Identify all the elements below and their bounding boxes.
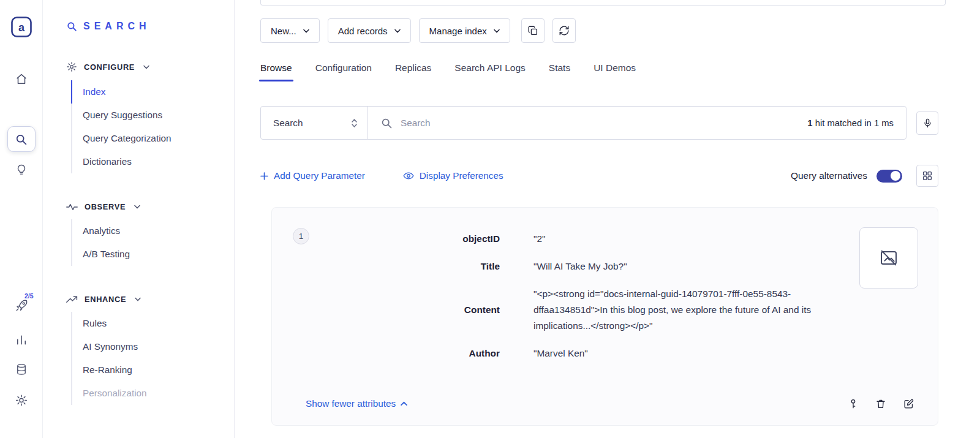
section-enhance[interactable]: ENHANCE: [66, 295, 234, 304]
display-mode-button[interactable]: [916, 165, 938, 187]
search-product-icon[interactable]: [7, 126, 36, 152]
add-records-button[interactable]: Add records: [328, 18, 411, 43]
tab-stats[interactable]: Stats: [549, 62, 570, 81]
edit-icon[interactable]: [903, 398, 914, 410]
search-row: Search 1 hit matched in 1 ms: [260, 106, 938, 140]
image-placeholder: [859, 227, 918, 289]
new-button-label: New...: [271, 26, 296, 36]
brand-magnifier-icon: [66, 21, 77, 32]
new-button[interactable]: New...: [260, 18, 320, 43]
attribute-value: "<p><strong id="docs-internal-guid-14079…: [533, 286, 852, 334]
sidebar-item-rules[interactable]: Rules: [71, 312, 234, 335]
search-mode-select[interactable]: Search: [261, 107, 368, 139]
section-label: CONFIGURE: [84, 62, 135, 72]
sidebar-item-query-categorization[interactable]: Query Categorization: [71, 127, 234, 150]
search-icon: [380, 117, 393, 129]
gear-icon: [66, 61, 77, 72]
sort-arrows-icon: [351, 118, 358, 128]
attribute-value: "Marvel Ken": [533, 345, 852, 361]
chevron-down-icon: [143, 65, 149, 69]
search-mode-value: Search: [273, 118, 303, 129]
voice-search-button[interactable]: [916, 111, 938, 135]
display-preferences-label: Display Preferences: [420, 170, 503, 181]
attribute-value: "Will AI Take My Job?": [533, 259, 852, 274]
section-label: ENHANCE: [85, 295, 126, 304]
refresh-icon: [559, 25, 570, 36]
hit-attributes: objectID "2" Title "Will AI Take My Job?…: [290, 231, 919, 361]
tab-ui-demos[interactable]: UI Demos: [594, 62, 636, 81]
search-product-brand: SEARCH: [66, 21, 234, 32]
recommend-icon[interactable]: [15, 163, 28, 176]
svg-text:a: a: [18, 21, 24, 34]
copy-icon: [527, 25, 538, 36]
chevron-down-icon: [134, 205, 140, 209]
hit-card: 1 objectID "2" Title "Will AI Take My Jo…: [271, 207, 938, 426]
tab-search-api-logs[interactable]: Search API Logs: [454, 62, 525, 81]
pulse-icon: [66, 203, 78, 211]
sidebar-item-ab-testing[interactable]: A/B Testing: [71, 243, 234, 266]
enhance-nav: Rules AI Synonyms Re-Ranking Personaliza…: [66, 312, 234, 405]
attribute-value: "2": [533, 231, 852, 247]
add-query-parameter-label: Add Query Parameter: [274, 170, 365, 181]
data-icon[interactable]: [15, 363, 28, 376]
sidebar-item-query-suggestions[interactable]: Query Suggestions: [71, 104, 234, 127]
eye-icon: [403, 172, 414, 180]
search-input-wrap: 1 hit matched in 1 ms: [368, 107, 906, 139]
controls-row: Add Query Parameter Display Preferences …: [260, 165, 938, 187]
index-toolbar: New... Add records Manage index: [260, 18, 938, 43]
query-alternatives-toggle[interactable]: [876, 170, 902, 183]
trend-up-icon: [66, 295, 78, 304]
hit-actions: [848, 397, 914, 410]
product-title: SEARCH: [83, 21, 151, 32]
display-preferences-link[interactable]: Display Preferences: [403, 170, 503, 181]
hits-count: 1: [807, 118, 812, 128]
observe-nav: Analytics A/B Testing: [66, 219, 234, 266]
sidebar-item-index[interactable]: Index: [71, 80, 234, 104]
tab-browse[interactable]: Browse: [260, 62, 292, 81]
index-tabs: Browse Configuration Replicas Search API…: [260, 62, 938, 81]
usage-badge: 2/5: [24, 292, 34, 300]
sidebar-item-dictionaries[interactable]: Dictionaries: [71, 150, 234, 173]
attribute-label: Author: [290, 345, 500, 361]
sidebar-item-analytics[interactable]: Analytics: [71, 219, 234, 243]
home-icon[interactable]: [15, 72, 28, 86]
search-input[interactable]: [401, 118, 799, 129]
attribute-label: Title: [290, 259, 500, 274]
add-query-parameter-link[interactable]: Add Query Parameter: [260, 170, 365, 181]
main-content: New... Add records Manage index: [235, 0, 980, 438]
sidebar-item-personalization[interactable]: Personalization: [71, 382, 234, 405]
product-sidebar: SEARCH CONFIGURE Index Query Suggestions…: [43, 0, 235, 438]
section-configure[interactable]: CONFIGURE: [66, 61, 234, 72]
attribute-label: Content: [290, 302, 500, 318]
refresh-button[interactable]: [552, 18, 576, 43]
chevron-down-icon: [303, 29, 309, 33]
section-observe[interactable]: OBSERVE: [66, 202, 234, 211]
manage-index-button[interactable]: Manage index: [419, 18, 510, 43]
manage-index-label: Manage index: [429, 26, 487, 36]
section-label: OBSERVE: [85, 202, 126, 211]
delete-icon[interactable]: [875, 398, 886, 410]
show-fewer-attributes-link[interactable]: Show fewer attributes: [306, 398, 407, 409]
attribute-label: objectID: [290, 231, 500, 247]
tab-replicas[interactable]: Replicas: [395, 62, 431, 81]
show-fewer-label: Show fewer attributes: [306, 398, 396, 409]
analytics-icon[interactable]: [15, 334, 28, 346]
search-box: Search 1 hit matched in 1 ms: [260, 106, 907, 140]
chevron-down-icon: [494, 29, 500, 33]
sidebar-item-re-ranking[interactable]: Re-Ranking: [71, 358, 234, 382]
configure-nav: Index Query Suggestions Query Categoriza…: [66, 80, 234, 173]
hits-stats: 1 hit matched in 1 ms: [807, 118, 894, 128]
algolia-logo: a: [10, 16, 32, 38]
plus-icon: [260, 172, 268, 180]
rocket-icon[interactable]: [15, 299, 28, 312]
sidebar-item-ai-synonyms[interactable]: AI Synonyms: [71, 335, 234, 358]
copy-button[interactable]: [521, 18, 545, 43]
chevron-up-icon: [401, 401, 407, 406]
tab-configuration[interactable]: Configuration: [315, 62, 372, 81]
key-icon[interactable]: [848, 397, 859, 410]
cutoff-bar: [260, 0, 946, 6]
chevron-down-icon: [394, 29, 401, 33]
controls-right: Query alternatives: [791, 165, 938, 187]
app-rail: a 2/5: [0, 0, 43, 438]
settings-icon[interactable]: [15, 394, 28, 407]
